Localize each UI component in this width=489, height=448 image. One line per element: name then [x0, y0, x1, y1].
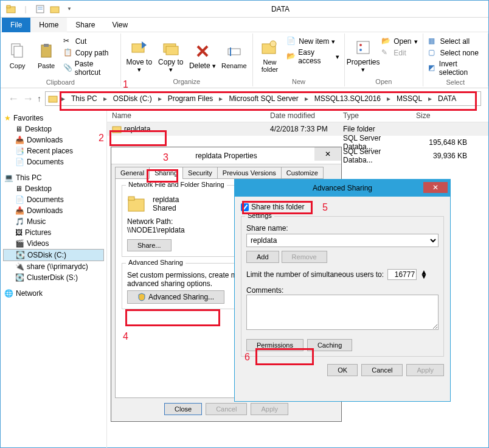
svg-point-16: [270, 41, 276, 47]
svg-point-19: [359, 49, 362, 51]
qat-open-icon[interactable]: [48, 2, 61, 16]
titlebar: | ▼ DATA: [1, 1, 488, 18]
annotation-4: [125, 309, 220, 326]
copyto-button[interactable]: Copy to ▾: [156, 33, 186, 77]
folder-icon: [4, 2, 18, 16]
invert-button[interactable]: ◩Invert selection: [427, 59, 485, 77]
group-open: Open: [375, 77, 392, 86]
newfolder-button[interactable]: New folder: [257, 33, 283, 77]
selectall-button[interactable]: ▦Select all: [427, 36, 485, 47]
copy-button[interactable]: Copy: [4, 33, 30, 77]
comments-input[interactable]: [246, 295, 439, 330]
sharename-select[interactable]: repldata: [246, 234, 439, 247]
sidebar-network[interactable]: 🌐Network: [3, 288, 104, 299]
col-name[interactable]: Name: [107, 110, 265, 121]
sidebar-item-desktop[interactable]: 🖥Desktop: [3, 124, 104, 135]
annotation-1-num: 1: [123, 79, 128, 90]
sidebar-favorites[interactable]: ★Favorites: [3, 113, 104, 124]
apply-button: Apply: [406, 364, 444, 376]
svg-rect-1: [7, 5, 10, 8]
properties-title: repldata Properties ✕: [111, 147, 341, 164]
nav-up-icon[interactable]: ↑: [37, 94, 41, 103]
qat-dropdown-icon[interactable]: ▼: [63, 2, 76, 16]
annotation-2-num: 2: [99, 133, 104, 144]
sidebar-item-documents[interactable]: 📄Documents: [3, 156, 104, 167]
caching-button[interactable]: Caching: [307, 339, 352, 351]
sidebar-item[interactable]: 🎵Music: [3, 216, 104, 227]
remove-button: Remove: [282, 251, 327, 263]
close-icon[interactable]: ✕: [314, 147, 341, 161]
sharename-label: Share name:: [246, 224, 439, 233]
sidebar-item-recent[interactable]: 📑Recent places: [3, 145, 104, 156]
col-type[interactable]: Type: [338, 110, 411, 121]
cut-button[interactable]: ✂Cut: [62, 36, 117, 47]
close-icon[interactable]: ✕: [423, 182, 448, 193]
group-clipboard: Clipboard: [46, 77, 75, 87]
file-tab[interactable]: File: [2, 18, 30, 32]
newitem-button[interactable]: 📄New item ▾: [285, 36, 341, 47]
group-select: Select: [446, 77, 465, 87]
properties-button[interactable]: Properties ▾: [349, 33, 378, 77]
pasteshortcut-button[interactable]: 📎Paste shortcut: [62, 59, 117, 77]
col-size[interactable]: Size: [411, 110, 472, 121]
easyaccess-button[interactable]: 📂Easy access ▾: [285, 47, 341, 66]
delete-button[interactable]: Delete ▾: [188, 33, 217, 77]
sidebar-item[interactable]: 🖼Pictures: [3, 227, 104, 238]
selectnone-button[interactable]: ▢Select none: [427, 47, 485, 58]
sidebar-item-downloads[interactable]: 📥Downloads: [3, 135, 104, 145]
svg-rect-23: [128, 197, 134, 200]
add-button[interactable]: Add: [246, 251, 279, 263]
annotation-5: [242, 201, 313, 214]
paste-button[interactable]: Paste: [33, 33, 59, 77]
menubar: File Home Share View: [1, 18, 488, 32]
ok-button[interactable]: OK: [327, 364, 358, 376]
tab-security[interactable]: Security: [182, 167, 218, 179]
cancel-button[interactable]: Cancel: [361, 364, 403, 376]
home-tab[interactable]: Home: [30, 18, 67, 32]
sidebar-item[interactable]: 💽ClusterDisk (S:): [3, 272, 104, 283]
edit-button[interactable]: ✎Edit: [380, 47, 418, 58]
open-button[interactable]: 📂Open ▾: [380, 36, 418, 47]
folder-name: repldata: [153, 195, 179, 204]
advanced-sharing-button[interactable]: Advanced Sharing...: [127, 290, 224, 304]
view-tab[interactable]: View: [103, 18, 136, 32]
limit-input[interactable]: [387, 269, 417, 280]
sidebar-item[interactable]: 🖥Desktop: [3, 183, 104, 194]
close-button[interactable]: Close: [164, 403, 202, 415]
share-tab[interactable]: Share: [67, 18, 103, 32]
window-title: DATA: [76, 5, 485, 13]
sidebar: ★Favorites 🖥Desktop 📥Downloads 📑Recent p…: [1, 109, 107, 448]
limit-label: Limit the number of simultaneous users t…: [246, 270, 384, 279]
svg-rect-5: [50, 7, 59, 13]
moveto-button[interactable]: Move to ▾: [125, 33, 154, 77]
shared-label: Shared: [153, 204, 179, 212]
sidebar-item[interactable]: 📄Documents: [3, 194, 104, 205]
annotation-6-num: 6: [244, 352, 250, 363]
annotation-6: [255, 348, 314, 365]
svg-rect-20: [49, 96, 57, 102]
annotation-1: [60, 91, 477, 111]
tab-previous[interactable]: Previous Versions: [217, 167, 282, 179]
sidebar-item[interactable]: 📥Downloads: [3, 205, 104, 216]
col-date[interactable]: Date modified: [265, 110, 338, 121]
svg-rect-9: [44, 44, 49, 47]
copypath-icon: 📋: [63, 48, 73, 58]
tab-customize[interactable]: Customize: [281, 167, 324, 179]
share-button[interactable]: Share...: [127, 239, 172, 251]
nav-back-icon[interactable]: ←: [8, 93, 19, 105]
qat-props-icon[interactable]: [33, 2, 47, 16]
sidebar-thispc[interactable]: 💻This PC: [3, 172, 104, 183]
sidebar-item[interactable]: 🎬Videos: [3, 238, 104, 249]
shortcut-icon: 📎: [63, 63, 72, 73]
annotation-5-num: 5: [322, 202, 328, 213]
nav-fwd-icon[interactable]: →: [23, 93, 33, 105]
sidebar-item-osdisk[interactable]: 💽OSDisk (C:): [3, 249, 104, 261]
svg-point-18: [359, 44, 362, 46]
copypath-button[interactable]: 📋Copy path: [62, 47, 117, 58]
qat-sep: |: [19, 2, 32, 16]
tab-general[interactable]: General: [115, 167, 150, 179]
delete-icon: [193, 41, 212, 61]
rename-button[interactable]: Rename: [220, 33, 249, 77]
cancel-button: Cancel: [206, 403, 247, 415]
sidebar-item[interactable]: 🔌share (\\primarydc): [3, 261, 104, 272]
